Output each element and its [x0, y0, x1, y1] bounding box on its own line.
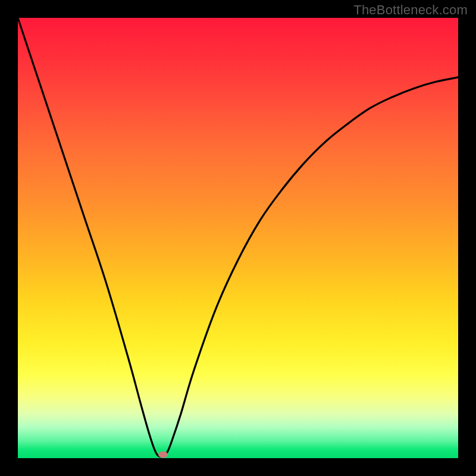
- chart-frame: TheBottleneck.com: [0, 0, 476, 476]
- optimal-marker: [158, 452, 168, 458]
- bottleneck-curve: [18, 18, 458, 458]
- watermark-text: TheBottleneck.com: [353, 2, 468, 18]
- plot-area: [18, 18, 458, 458]
